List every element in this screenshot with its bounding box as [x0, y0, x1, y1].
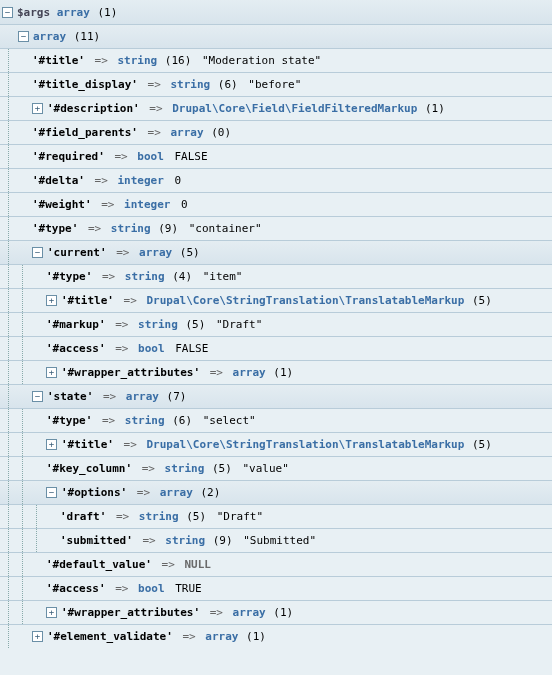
expand-icon[interactable]: + [32, 103, 43, 114]
tree-guide [2, 601, 16, 624]
arrow: => [124, 438, 137, 451]
type-label: string [125, 414, 165, 427]
key: '#description' [47, 102, 140, 115]
length: (5) [472, 438, 492, 451]
item-row: + '#wrapper_attributes' => array (1) [0, 360, 552, 384]
collapse-icon[interactable]: − [32, 247, 43, 258]
type-label: integer [117, 174, 163, 187]
key: '#title' [32, 54, 85, 67]
item-row: '#type' => string (6) "select" [0, 408, 552, 432]
tree-guide [16, 601, 30, 624]
expand-icon[interactable]: + [46, 367, 57, 378]
item-row: '#title_display' => string (6) "before" [0, 72, 552, 96]
key: '#options' [61, 486, 127, 499]
value: "Moderation state" [202, 54, 321, 67]
arrow: => [116, 510, 129, 523]
arrow: => [116, 246, 129, 259]
value: "item" [203, 270, 243, 283]
type-label: array [233, 606, 266, 619]
tree-guide [2, 337, 16, 360]
count: (11) [74, 30, 101, 43]
item-row: + '#wrapper_attributes' => array (1) [0, 600, 552, 624]
collapse-icon[interactable]: − [2, 7, 13, 18]
tree-guide [2, 409, 16, 432]
length: (5) [185, 318, 205, 331]
arrow: => [102, 414, 115, 427]
arrow: => [124, 294, 137, 307]
tree-guide [2, 241, 16, 264]
tree-guide [2, 553, 16, 576]
expand-icon[interactable]: + [46, 439, 57, 450]
item-row: '#access' => bool FALSE [0, 336, 552, 360]
length: (9) [158, 222, 178, 235]
key: '#key_column' [46, 462, 132, 475]
length: (6) [172, 414, 192, 427]
length: (9) [213, 534, 233, 547]
tree-guide [16, 481, 30, 504]
length: (2) [200, 486, 220, 499]
tree-guide [16, 457, 30, 480]
length: (7) [167, 390, 187, 403]
item-row: '#key_column' => string (5) "value" [0, 456, 552, 480]
tree-guide [2, 481, 16, 504]
arrow: => [101, 198, 114, 211]
length: (0) [211, 126, 231, 139]
tree-guide [16, 337, 30, 360]
key: 'state' [47, 390, 93, 403]
expand-icon[interactable]: + [46, 295, 57, 306]
tree-guide [2, 265, 16, 288]
tree-guide [16, 577, 30, 600]
tree-guide [2, 529, 16, 552]
arrow: => [103, 390, 116, 403]
item-row: − 'state' => array (7) [0, 384, 552, 408]
length: (1) [273, 606, 293, 619]
value: FALSE [174, 150, 207, 163]
type-label: array [126, 390, 159, 403]
value: "container" [189, 222, 262, 235]
key: '#wrapper_attributes' [61, 606, 200, 619]
key: '#element_validate' [47, 630, 173, 643]
value: "before" [248, 78, 301, 91]
arrow: => [210, 366, 223, 379]
key: '#type' [46, 414, 92, 427]
collapse-icon[interactable]: − [18, 31, 29, 42]
tree-guide [2, 169, 16, 192]
type-label: bool [137, 150, 164, 163]
length: (1) [246, 630, 266, 643]
length: (5) [472, 294, 492, 307]
type-label: array [160, 486, 193, 499]
collapse-icon[interactable]: − [46, 487, 57, 498]
value: TRUE [175, 582, 202, 595]
key: '#field_parents' [32, 126, 138, 139]
arrow: => [114, 150, 127, 163]
item-row: + '#description' => Drupal\Core\Field\Fi… [0, 96, 552, 120]
value: 0 [174, 174, 181, 187]
arrow: => [210, 606, 223, 619]
length: (1) [425, 102, 445, 115]
type-label: string [117, 54, 157, 67]
value: "Draft" [216, 318, 262, 331]
item-row: '#delta' => integer 0 [0, 168, 552, 192]
expand-icon[interactable]: + [32, 631, 43, 642]
length: (5) [186, 510, 206, 523]
arrow: => [148, 126, 161, 139]
type-label: string [139, 510, 179, 523]
collapse-icon[interactable]: − [32, 391, 43, 402]
expand-icon[interactable]: + [46, 607, 57, 618]
item-row: '#field_parents' => array (0) [0, 120, 552, 144]
item-row: '#required' => bool FALSE [0, 144, 552, 168]
key: '#delta' [32, 174, 85, 187]
type-label: string [165, 462, 205, 475]
type-label: bool [138, 582, 165, 595]
tree-guide [2, 49, 16, 72]
arrow: => [162, 558, 175, 571]
type-label: string [138, 318, 178, 331]
key: '#wrapper_attributes' [61, 366, 200, 379]
value: "Submitted" [243, 534, 316, 547]
tree-guide [2, 97, 16, 120]
length: (6) [218, 78, 238, 91]
key: '#type' [32, 222, 78, 235]
type-label: Drupal\Core\Field\FieldFilteredMarkup [172, 102, 417, 115]
arrow: => [149, 102, 162, 115]
type-label: array [233, 366, 266, 379]
